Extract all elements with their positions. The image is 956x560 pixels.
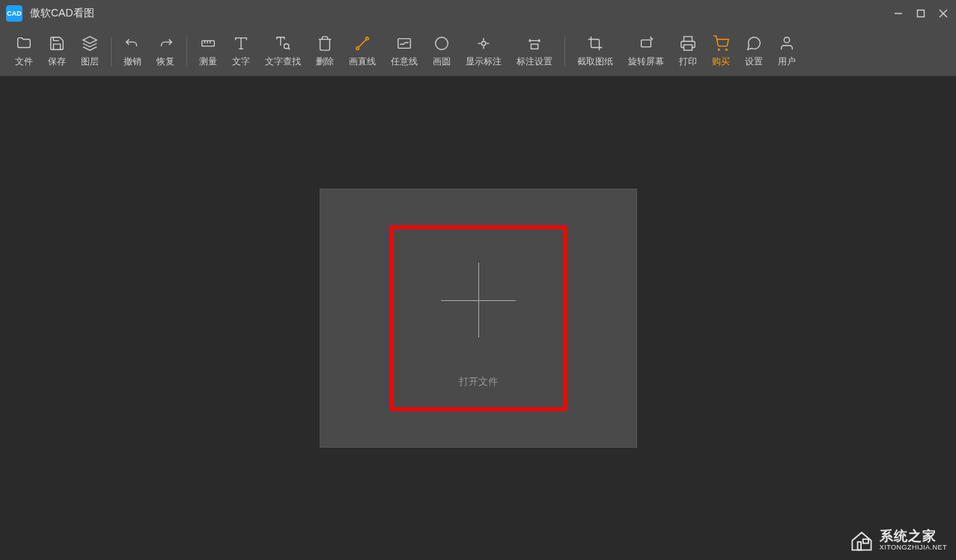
toolbar-label: 文字查找	[265, 55, 301, 68]
show-annotation-button[interactable]: 显示标注	[458, 31, 509, 71]
svg-point-27	[718, 49, 719, 50]
buy-button[interactable]: 购买	[704, 31, 737, 71]
drop-zone: 打开文件	[320, 189, 637, 448]
annotation-settings-icon	[526, 34, 544, 52]
svg-rect-26	[684, 45, 692, 50]
print-button[interactable]: 打印	[672, 31, 704, 71]
watermark-url: XITONGZHIJIA.NET	[880, 544, 947, 552]
delete-button[interactable]: 删除	[308, 31, 341, 71]
watermark-title: 系统之家	[880, 529, 947, 544]
toolbar-label: 打印	[679, 55, 697, 68]
toolbar-label: 恢复	[156, 55, 174, 68]
svg-rect-24	[531, 44, 538, 49]
svg-rect-30	[857, 542, 861, 550]
toolbar-label: 保存	[48, 55, 66, 68]
separator	[564, 37, 565, 67]
svg-line-16	[359, 40, 366, 47]
file-button[interactable]: 文件	[7, 31, 40, 71]
polyline-icon	[395, 34, 413, 52]
measure-button[interactable]: 测量	[192, 31, 225, 71]
user-icon	[778, 34, 796, 52]
circle-icon	[433, 34, 451, 52]
open-file-button[interactable]: 打开文件	[390, 225, 567, 411]
toolbar-label: 图层	[81, 55, 99, 68]
redo-icon	[156, 34, 174, 52]
canvas-area: 打开文件	[0, 76, 956, 560]
line-icon	[353, 34, 371, 52]
toolbar-label: 撤销	[124, 55, 141, 68]
svg-rect-25	[642, 40, 651, 46]
toolbar-label: 画圆	[433, 55, 451, 68]
circle-button[interactable]: 画圆	[425, 31, 458, 71]
maximize-button[interactable]	[914, 7, 928, 20]
svg-rect-1	[918, 10, 925, 17]
line-button[interactable]: 画直线	[341, 31, 383, 71]
crop-icon	[586, 34, 604, 52]
svg-point-28	[725, 49, 727, 50]
toolbar-label: 文件	[15, 55, 33, 68]
text-icon	[232, 34, 250, 52]
separator	[186, 37, 187, 67]
cart-icon	[712, 34, 730, 52]
redo-button[interactable]: 恢复	[149, 31, 182, 71]
svg-rect-5	[202, 40, 215, 46]
chat-icon	[745, 34, 763, 52]
svg-rect-31	[862, 539, 868, 543]
toolbar-label: 画直线	[349, 55, 376, 68]
toolbar-label: 显示标注	[466, 55, 502, 68]
svg-point-15	[366, 37, 369, 40]
plus-icon	[441, 263, 516, 338]
user-button[interactable]: 用户	[770, 31, 803, 71]
ruler-icon	[199, 34, 217, 52]
folder-icon	[15, 34, 33, 52]
rotate-icon	[637, 34, 655, 52]
titlebar: CAD 傲软CAD看图	[0, 0, 956, 27]
annotation-icon	[475, 34, 493, 52]
toolbar-label: 删除	[316, 55, 334, 68]
window-controls	[892, 7, 950, 20]
toolbar-label: 任意线	[391, 55, 418, 68]
close-button[interactable]	[937, 7, 950, 20]
svg-point-29	[784, 37, 789, 43]
text-search-icon	[274, 34, 292, 52]
print-icon	[679, 34, 697, 52]
rotate-button[interactable]: 旋转屏幕	[621, 31, 672, 71]
toolbar-label: 设置	[745, 55, 763, 68]
app-title: 傲软CAD看图	[30, 7, 892, 20]
toolbar-label: 旋转屏幕	[628, 55, 664, 68]
settings-button[interactable]: 设置	[737, 31, 770, 71]
svg-point-18	[436, 37, 448, 50]
toolbar-label: 购买	[712, 55, 730, 68]
save-button[interactable]: 保存	[40, 31, 73, 71]
toolbar-label: 标注设置	[517, 55, 552, 68]
save-icon	[48, 34, 66, 52]
toolbar-label: 用户	[778, 55, 796, 68]
toolbar-label: 测量	[199, 55, 217, 68]
open-file-label: 打开文件	[459, 375, 498, 389]
text-find-button[interactable]: 文字查找	[258, 31, 308, 71]
annotation-settings-button[interactable]: 标注设置	[509, 31, 560, 71]
svg-point-14	[356, 47, 359, 50]
watermark: 系统之家 XITONGZHIJIA.NET	[848, 527, 947, 554]
layer-button[interactable]: 图层	[73, 31, 106, 71]
capture-button[interactable]: 截取图纸	[570, 31, 621, 71]
watermark-logo-icon	[848, 527, 875, 554]
svg-marker-4	[83, 37, 97, 43]
separator	[111, 37, 112, 67]
toolbar-label: 截取图纸	[577, 55, 613, 68]
undo-icon	[124, 34, 141, 52]
app-logo-icon: CAD	[6, 5, 22, 22]
polyline-button[interactable]: 任意线	[383, 31, 425, 71]
undo-button[interactable]: 撤销	[116, 31, 149, 71]
toolbar: 文件 保存 图层 撤销 恢复 测量 文字	[0, 27, 956, 76]
svg-point-12	[284, 43, 288, 48]
layers-icon	[81, 34, 99, 52]
text-button[interactable]: 文字	[225, 31, 258, 71]
toolbar-label: 文字	[232, 55, 250, 68]
svg-line-13	[288, 48, 290, 49]
minimize-button[interactable]	[892, 7, 905, 20]
trash-icon	[316, 34, 334, 52]
svg-point-19	[481, 41, 486, 46]
